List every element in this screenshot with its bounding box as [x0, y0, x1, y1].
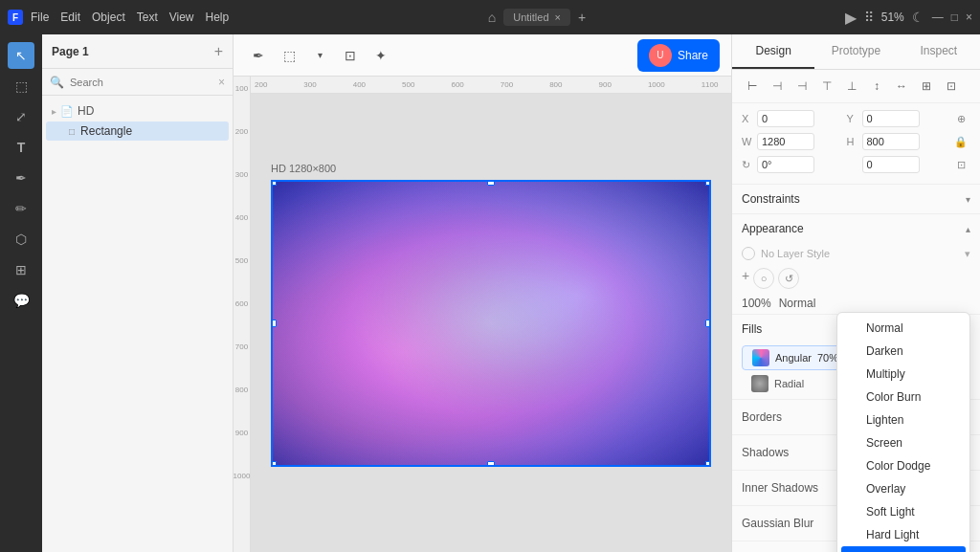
pencil-tool[interactable]: ✏: [8, 195, 34, 222]
lock-ratio-icon[interactable]: 🔒: [951, 132, 970, 151]
constraints-header[interactable]: Constraints ▾: [732, 185, 980, 213]
tab-name: Untitled: [513, 11, 548, 23]
align-right[interactable]: ⊣: [791, 76, 813, 97]
blend-hard-light[interactable]: Hard Light: [837, 523, 969, 546]
xy-row: X Y ⊕: [742, 109, 970, 128]
align-center-h[interactable]: ⊣: [767, 76, 788, 97]
rotation-input[interactable]: [757, 156, 814, 173]
corner-field: [847, 156, 947, 173]
scale-tool[interactable]: ⤢: [8, 103, 34, 130]
blend-mode-value[interactable]: Normal: [779, 297, 816, 310]
shadow-icon[interactable]: ○: [753, 268, 774, 289]
dropdown-btn[interactable]: ▾: [306, 42, 333, 69]
handle-bm[interactable]: [487, 461, 495, 467]
layer-item-rectangle[interactable]: □ Rectangle: [46, 121, 229, 141]
maximize-btn[interactable]: □: [951, 11, 958, 24]
canvas-area[interactable]: ✒ ⬚ ▾ ⊡ ✦ U Share 2003004005006007008009…: [234, 34, 731, 552]
blend-label-color-burn: Color Burn: [866, 390, 921, 404]
opacity-value[interactable]: 100%: [742, 297, 771, 310]
corner-icon[interactable]: ⊡: [951, 155, 970, 174]
menu-view[interactable]: View: [169, 11, 194, 24]
appearance-chevron: ▴: [966, 224, 970, 234]
handle-br[interactable]: [705, 461, 711, 467]
search-input[interactable]: [70, 77, 212, 88]
dist-h[interactable]: ↔: [891, 76, 912, 97]
add-tab-btn[interactable]: +: [578, 10, 586, 25]
ruler-marks-h: 2003004005006007008009001000110012001280…: [251, 77, 731, 93]
crop-btn[interactable]: ⊡: [337, 42, 364, 69]
menu-object[interactable]: Object: [92, 11, 125, 24]
share-button[interactable]: U Share: [637, 39, 720, 72]
blend-soft-light[interactable]: Soft Light: [837, 500, 969, 523]
handle-mr[interactable]: [705, 320, 711, 327]
pen-btn[interactable]: ✒: [245, 42, 272, 69]
h-input[interactable]: [862, 133, 920, 150]
home-icon[interactable]: ⌂: [488, 10, 496, 25]
minimize-btn[interactable]: —: [932, 11, 944, 24]
comment-tool[interactable]: 💬: [8, 287, 34, 314]
position-icon[interactable]: ⊕: [951, 109, 970, 128]
align-row: ⊢ ⊣ ⊣ ⊤ ⊥ ↕ ↔ ⊞ ⊡: [732, 70, 980, 103]
layer-group-hd[interactable]: ▸ 📄 HD: [42, 101, 233, 121]
blend-screen[interactable]: Screen: [837, 431, 969, 454]
clear-search-icon[interactable]: ×: [218, 76, 225, 89]
handle-tm[interactable]: [487, 180, 495, 186]
document-tab[interactable]: Untitled ×: [503, 9, 570, 26]
tidy[interactable]: ⊡: [941, 76, 962, 97]
blend-normal[interactable]: Normal: [837, 317, 969, 340]
fill-color-swatch[interactable]: [752, 349, 769, 366]
blend-color-dodge[interactable]: Color Dodge: [837, 454, 969, 477]
menu-text[interactable]: Text: [137, 11, 158, 24]
layer-style-dropdown[interactable]: ▾: [965, 248, 970, 260]
menu-edit[interactable]: Edit: [60, 11, 80, 24]
frame-btn[interactable]: ⬚: [276, 42, 302, 69]
move-tool[interactable]: ↖: [8, 42, 34, 69]
y-input[interactable]: [862, 110, 920, 127]
x-input[interactable]: [757, 110, 814, 127]
tab-design[interactable]: Design: [732, 34, 814, 69]
zoom-percent[interactable]: 51%: [881, 11, 904, 24]
blend-difference[interactable]: ✓ Difference: [841, 546, 966, 552]
fill-type-label[interactable]: Angular: [775, 352, 812, 364]
pen-tool[interactable]: ✒: [8, 165, 34, 191]
shapes-tool[interactable]: ⬡: [8, 226, 34, 253]
tab-prototype[interactable]: Prototype: [814, 34, 897, 69]
align-bottom[interactable]: ↕: [866, 76, 887, 97]
menu-file[interactable]: File: [31, 11, 49, 24]
page-name: Page 1: [52, 45, 207, 58]
add-page-btn[interactable]: +: [214, 43, 223, 60]
handle-bl[interactable]: [271, 461, 277, 467]
align-left[interactable]: ⊢: [742, 76, 763, 97]
handle-tl[interactable]: [271, 180, 277, 186]
radial-swatch[interactable]: [751, 375, 768, 392]
blend-darken[interactable]: Darken: [837, 340, 969, 363]
design-frame: HD 1280×800: [271, 180, 711, 467]
blend-color-burn[interactable]: Color Burn: [837, 386, 969, 408]
menu-help[interactable]: Help: [206, 11, 230, 24]
canvas-content: HD 1280×800: [251, 94, 731, 552]
tab-close[interactable]: ×: [555, 11, 561, 23]
tab-inspect[interactable]: Inspect: [898, 34, 980, 69]
close-btn[interactable]: ×: [966, 11, 972, 24]
align-top[interactable]: ⊤: [816, 76, 837, 97]
blend-lighten[interactable]: Lighten: [837, 408, 969, 431]
handle-ml[interactable]: [271, 320, 277, 327]
dist-v[interactable]: ⊞: [916, 76, 937, 97]
blend-multiply[interactable]: Multiply: [837, 363, 969, 386]
gradient-rectangle[interactable]: [271, 180, 711, 467]
appearance-header[interactable]: Appearance ▴: [732, 214, 980, 243]
text-tool[interactable]: T: [8, 134, 34, 161]
blend-overlay[interactable]: Overlay: [837, 477, 969, 500]
run-icon[interactable]: ▶: [845, 9, 857, 27]
effects-btn[interactable]: ✦: [368, 42, 394, 69]
frame-tool[interactable]: ⬚: [8, 73, 34, 99]
align-center-v[interactable]: ⊥: [841, 76, 862, 97]
moon-icon[interactable]: ☾: [912, 10, 924, 25]
component-tool[interactable]: ⊞: [8, 256, 34, 283]
add-effect-icon[interactable]: +: [742, 268, 749, 289]
handle-tr[interactable]: [705, 180, 711, 186]
corner-input[interactable]: [862, 156, 920, 173]
refresh-icon[interactable]: ↺: [778, 268, 799, 289]
grid-icon[interactable]: ⠿: [864, 10, 874, 25]
w-input[interactable]: [757, 133, 814, 150]
